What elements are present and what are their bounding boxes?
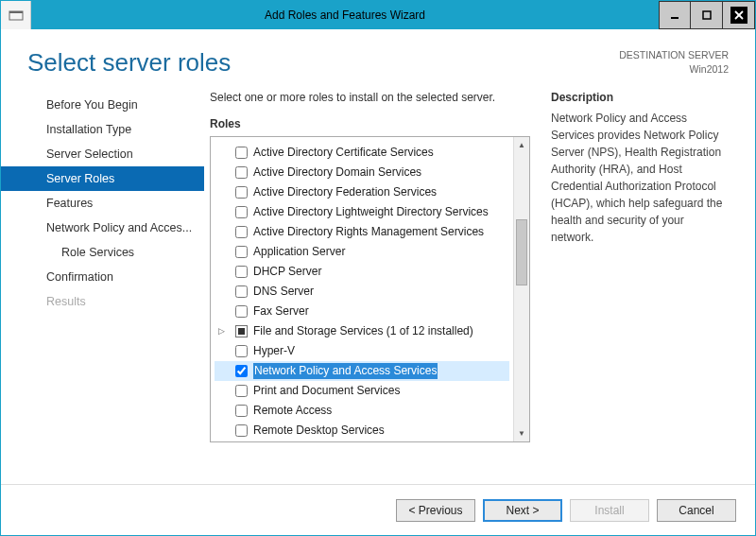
scroll-up-button[interactable]: ▲ — [514, 137, 529, 153]
role-row[interactable]: Active Directory Lightweight Directory S… — [215, 202, 509, 222]
scroll-track[interactable] — [514, 153, 529, 425]
role-label: Application Server — [253, 244, 345, 260]
description-label: Description — [551, 91, 729, 104]
role-checkbox[interactable] — [235, 424, 248, 437]
window-buttons — [659, 1, 755, 29]
role-label: DNS Server — [253, 284, 314, 300]
role-checkbox[interactable] — [235, 166, 248, 179]
page-title: Select server roles — [27, 48, 231, 78]
role-row[interactable]: DNS Server — [215, 282, 509, 302]
role-label: Active Directory Lightweight Directory S… — [253, 204, 489, 220]
role-row[interactable]: Active Directory Certificate Services — [215, 143, 509, 163]
instruction-text: Select one or more roles to install on t… — [210, 91, 530, 104]
role-label: Fax Server — [253, 303, 309, 320]
role-checkbox[interactable] — [235, 385, 248, 397]
roles-list-inner: Active Directory Certificate ServicesAct… — [211, 137, 513, 441]
role-label: Print and Document Services — [253, 383, 400, 399]
sidebar-item: Results — [1, 289, 204, 314]
content-area: Select server roles DESTINATION SERVER W… — [1, 29, 755, 535]
role-label: Hyper-V — [253, 343, 295, 359]
role-checkbox[interactable] — [235, 186, 248, 199]
body-row: Before You BeginInstallation TypeServer … — [1, 87, 755, 484]
sidebar-item[interactable]: Features — [1, 191, 204, 216]
role-label: Active Directory Federation Services — [253, 184, 437, 200]
role-label: Active Directory Rights Management Servi… — [253, 224, 484, 240]
role-checkbox[interactable] — [235, 305, 248, 318]
role-row[interactable]: Application Server — [215, 242, 509, 262]
roles-label: Roles — [210, 117, 530, 130]
destination-label: DESTINATION SERVER — [619, 48, 729, 62]
role-row[interactable]: Fax Server — [215, 302, 509, 321]
role-row[interactable]: Remote Access — [215, 401, 509, 421]
role-checkbox[interactable] — [235, 147, 248, 159]
roles-listbox[interactable]: Active Directory Certificate ServicesAct… — [210, 136, 530, 442]
role-checkbox[interactable] — [235, 246, 248, 258]
roles-column: Select one or more roles to install on t… — [210, 91, 530, 484]
description-column: Description Network Policy and Access Se… — [551, 91, 729, 484]
role-row[interactable]: Active Directory Domain Services — [215, 163, 509, 182]
close-button[interactable] — [723, 1, 755, 29]
main-pane: Select one or more roles to install on t… — [204, 87, 755, 484]
role-row[interactable]: Print and Document Services — [215, 381, 509, 401]
role-label: Active Directory Certificate Services — [253, 145, 434, 161]
role-row[interactable]: Active Directory Federation Services — [215, 182, 509, 202]
maximize-button[interactable] — [691, 1, 723, 29]
install-button[interactable]: Install — [570, 499, 649, 522]
role-checkbox[interactable] — [235, 285, 248, 298]
window-title: Add Roles and Features Wizard — [31, 1, 659, 29]
wizard-sidebar: Before You BeginInstallation TypeServer … — [1, 87, 204, 484]
sidebar-item[interactable]: Server Selection — [1, 142, 204, 166]
sidebar-item[interactable]: Confirmation — [1, 265, 204, 289]
scroll-down-button[interactable]: ▼ — [514, 425, 529, 441]
sidebar-item[interactable]: Before You Begin — [1, 93, 204, 117]
sidebar-item[interactable]: Role Services — [1, 240, 204, 265]
minimize-button[interactable] — [659, 1, 691, 29]
role-row[interactable]: Remote Desktop Services — [215, 421, 509, 441]
wizard-window: Add Roles and Features Wizard Select ser… — [0, 0, 756, 536]
role-label: Active Directory Domain Services — [253, 164, 421, 181]
role-checkbox[interactable] — [235, 206, 248, 218]
destination-info: DESTINATION SERVER Win2012 — [619, 48, 729, 78]
titlebar: Add Roles and Features Wizard — [1, 1, 755, 29]
cancel-button[interactable]: Cancel — [657, 499, 736, 522]
previous-button[interactable]: < Previous — [396, 499, 475, 522]
sidebar-item[interactable]: Server Roles — [1, 166, 204, 191]
scrollbar[interactable]: ▲ ▼ — [513, 137, 529, 441]
sidebar-item[interactable]: Installation Type — [1, 117, 204, 142]
role-label: Remote Desktop Services — [253, 423, 385, 439]
description-text: Network Policy and Access Services provi… — [551, 110, 729, 246]
svg-rect-3 — [703, 11, 711, 19]
svg-rect-1 — [9, 11, 23, 13]
role-checkbox[interactable] — [235, 405, 248, 417]
role-label: DHCP Server — [253, 264, 321, 280]
wizard-footer: < Previous Next > Install Cancel — [1, 484, 755, 535]
next-button[interactable]: Next > — [483, 499, 562, 522]
scroll-thumb[interactable] — [516, 219, 527, 285]
role-checkbox-partial[interactable] — [235, 325, 248, 337]
role-row[interactable]: Active Directory Rights Management Servi… — [215, 222, 509, 242]
system-menu-icon[interactable] — [1, 1, 31, 29]
destination-value: Win2012 — [619, 62, 729, 77]
role-row[interactable]: ▷File and Storage Services (1 of 12 inst… — [215, 321, 509, 341]
role-row[interactable]: DHCP Server — [215, 262, 509, 282]
role-row[interactable]: Network Policy and Access Services — [215, 361, 509, 381]
role-checkbox[interactable] — [235, 345, 248, 357]
sidebar-item[interactable]: Network Policy and Acces... — [1, 216, 204, 240]
role-row[interactable]: Hyper-V — [215, 341, 509, 361]
expand-icon[interactable]: ▷ — [218, 323, 225, 339]
role-label: File and Storage Services (1 of 12 insta… — [253, 323, 473, 339]
header-row: Select server roles DESTINATION SERVER W… — [1, 29, 755, 87]
role-label: Remote Access — [253, 403, 332, 419]
role-checkbox[interactable] — [235, 266, 248, 278]
role-checkbox[interactable] — [235, 365, 248, 377]
role-label: Network Policy and Access Services — [253, 363, 438, 379]
role-checkbox[interactable] — [235, 226, 248, 238]
